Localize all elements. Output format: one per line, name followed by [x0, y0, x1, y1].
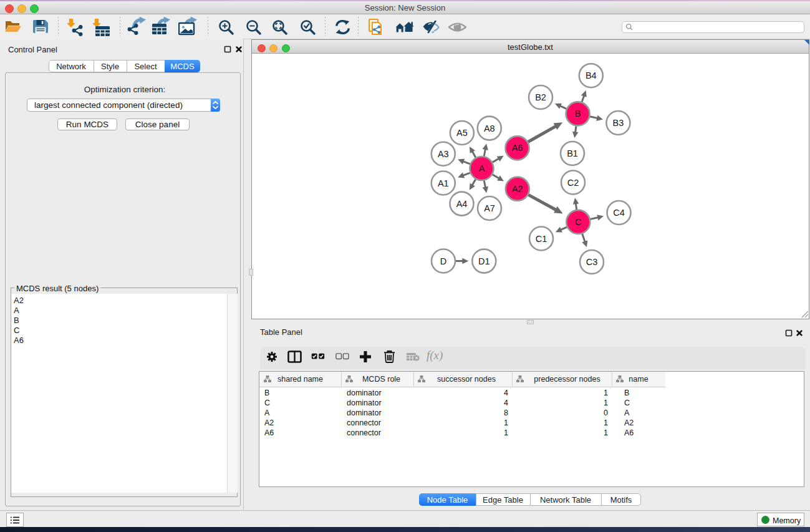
svg-text:B3: B3	[613, 118, 624, 128]
svg-text:A: A	[479, 163, 485, 173]
svg-text:A5: A5	[456, 128, 468, 138]
svg-text:B: B	[575, 109, 581, 118]
svg-text:A3: A3	[438, 149, 449, 159]
svg-text:C4: C4	[613, 208, 625, 218]
svg-text:C: C	[575, 217, 581, 227]
svg-text:C1: C1	[536, 234, 547, 244]
svg-text:B4: B4	[586, 70, 597, 80]
svg-text:D: D	[440, 256, 446, 266]
svg-text:C3: C3	[586, 257, 598, 267]
svg-text:A7: A7	[484, 203, 495, 213]
svg-text:C2: C2	[567, 178, 579, 188]
svg-text:A1: A1	[438, 178, 449, 188]
svg-text:B1: B1	[567, 148, 578, 158]
svg-text:A4: A4	[456, 199, 468, 209]
svg-text:A6: A6	[512, 143, 523, 153]
svg-text:A8: A8	[484, 123, 495, 133]
svg-text:B2: B2	[535, 92, 546, 102]
svg-text:D1: D1	[478, 256, 490, 266]
svg-text:A2: A2	[512, 184, 523, 194]
